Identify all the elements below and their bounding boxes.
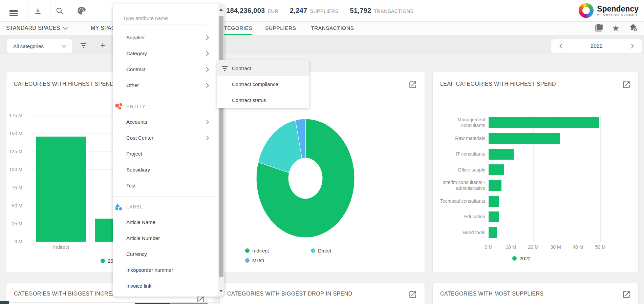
attribute-item[interactable]: Article Name [113, 214, 218, 230]
chart-legend-item: MRO [245, 258, 264, 263]
category-label: Management consultants [433, 115, 485, 130]
home-add-icon[interactable] [628, 23, 638, 34]
x-axis-label: 10 M [506, 244, 516, 250]
bar-interim-consultants-administrative[interactable] [489, 180, 501, 191]
attribute-item[interactable]: Category [113, 45, 218, 61]
tab-suppliers[interactable]: SUPPLIERS [265, 21, 296, 35]
attribute-item-label: Article Number [126, 235, 160, 241]
y-axis-label: 100 M [6, 167, 22, 172]
attribute-item[interactable]: Other [113, 77, 218, 93]
section-label: LABEL [126, 204, 143, 209]
stat: 2,247SUPPLIERS [290, 7, 339, 15]
submenu-item[interactable]: Contract [217, 60, 309, 76]
x-category-label: Indirect [36, 244, 86, 250]
attribute-item-label: Cost Center [126, 135, 153, 141]
attribute-item[interactable]: Inköpsorder nummer [113, 262, 218, 278]
submenu-item[interactable]: Contract status [217, 92, 309, 108]
legend-label: Indirect [252, 248, 269, 254]
bar-hand-tools[interactable] [489, 227, 497, 238]
panel-scrollbar[interactable] [218, 4, 224, 297]
submenu-item[interactable]: Contract compliance [217, 76, 309, 92]
bar-management-consultants[interactable] [489, 117, 599, 128]
attribute-item-label: Invoice link [126, 283, 151, 289]
bar-technical-consultants[interactable] [489, 196, 499, 207]
stat: 51,792TRANSACTIONS [350, 7, 413, 15]
open-in-new-icon[interactable] [622, 290, 631, 299]
y-axis-label: 125 M [6, 149, 22, 154]
topbar: 184,236,003EUR2,247SUPPLIERS51,792TRANSA… [0, 0, 644, 22]
attribute-item-label: Supplier [126, 35, 145, 40]
attribute-item[interactable]: Invoice link [113, 278, 218, 294]
attribute-item[interactable]: Test [113, 178, 218, 194]
card-leaf-categories: LEAF CATEGORIES WITH HIGHEST SPEND 0 M10… [432, 72, 639, 273]
attribute-item-label: Currency [126, 251, 147, 257]
label-icon [115, 203, 123, 210]
bar-education[interactable] [489, 211, 499, 222]
legend-dot [101, 259, 105, 263]
attribute-search-input[interactable] [118, 12, 208, 24]
divider [113, 196, 218, 197]
attribute-item[interactable]: Supplier [113, 29, 218, 45]
card-title: CATEGORIES WITH BIGGEST DROP IN SPEND [227, 291, 352, 297]
palette-icon[interactable] [74, 0, 88, 21]
attribute-item[interactable]: Accounts [113, 114, 218, 130]
attribute-item[interactable]: Subsidiary [113, 162, 218, 178]
filter-icon[interactable] [81, 43, 86, 48]
stat-value: 2,247 [290, 7, 307, 15]
standard-spaces-selector[interactable]: STANDARD SPACES [6, 21, 67, 35]
y-axis-label: 0 M [6, 239, 22, 244]
section-label: ENTITY [126, 104, 146, 109]
category-label: Raw materials [433, 130, 485, 146]
stat-unit: EUR [268, 8, 278, 14]
attribute-item[interactable]: Project [113, 146, 218, 162]
chart-legend-item: Indirect [245, 248, 269, 254]
attribute-item[interactable]: Cost Center [113, 130, 218, 146]
category-label: Office supply [433, 162, 485, 178]
category-filter-dropdown[interactable]: All categories [7, 39, 73, 53]
scroll-down-icon[interactable] [219, 290, 223, 292]
attribute-item[interactable]: Currency [113, 246, 218, 262]
chevron-right-icon [204, 135, 209, 140]
stat-unit: TRANSACTIONS [374, 8, 413, 14]
stat-unit: SUPPLIERS [310, 8, 338, 14]
card-most-suppliers: CATEGORIES WITH MOST SUPPLIERS [432, 283, 639, 304]
bar-raw-materials[interactable] [489, 133, 560, 144]
scroll-up-icon[interactable] [219, 8, 223, 11]
legend-dot [311, 248, 315, 253]
gridline [578, 115, 578, 242]
category-label: Interim consultants - administrative [433, 178, 485, 193]
legend-label: Direct [318, 248, 331, 254]
bar-indirect[interactable] [36, 137, 86, 242]
search-icon[interactable] [53, 0, 66, 21]
add-filter-icon[interactable]: + [100, 42, 105, 48]
attribute-item[interactable]: Contract [113, 61, 218, 77]
hamburger-menu-icon[interactable] [7, 0, 20, 21]
y-axis-label: 25 M [6, 221, 22, 226]
chevron-right-icon [204, 35, 209, 40]
favorite-star-icon[interactable]: ★ [612, 24, 620, 33]
divider [50, 0, 50, 21]
chevron-right-icon [204, 83, 209, 87]
bar-office-supply[interactable] [489, 164, 504, 175]
bar-it-consultants[interactable] [489, 149, 514, 160]
category-filter-label: All categories [7, 43, 44, 49]
scrollbar-thumb[interactable] [219, 16, 223, 277]
open-in-new-icon[interactable] [408, 290, 417, 299]
divider [6, 302, 213, 303]
year-value[interactable]: 2022 [551, 43, 642, 49]
y-axis-label: 75 M [6, 185, 22, 190]
download-icon[interactable] [31, 0, 45, 21]
attribute-item[interactable]: Article Number [113, 230, 218, 246]
attribute-item-label: Contract [126, 66, 146, 72]
stat: 184,236,003EUR [226, 7, 278, 15]
folders-icon[interactable] [594, 23, 603, 34]
x-axis-label: 0 M [485, 244, 492, 250]
y-axis-label: 175 M [6, 113, 22, 118]
x-axis-label: 40 M [573, 244, 583, 250]
submenu-item-label: Contract status [232, 97, 266, 103]
category-label: IT consultants [433, 146, 485, 162]
tab-transactions[interactable]: TRANSACTIONS [311, 21, 354, 35]
entity-icon [115, 103, 123, 110]
attribute-item-label: Subsidiary [126, 167, 150, 173]
gridline [600, 115, 601, 242]
